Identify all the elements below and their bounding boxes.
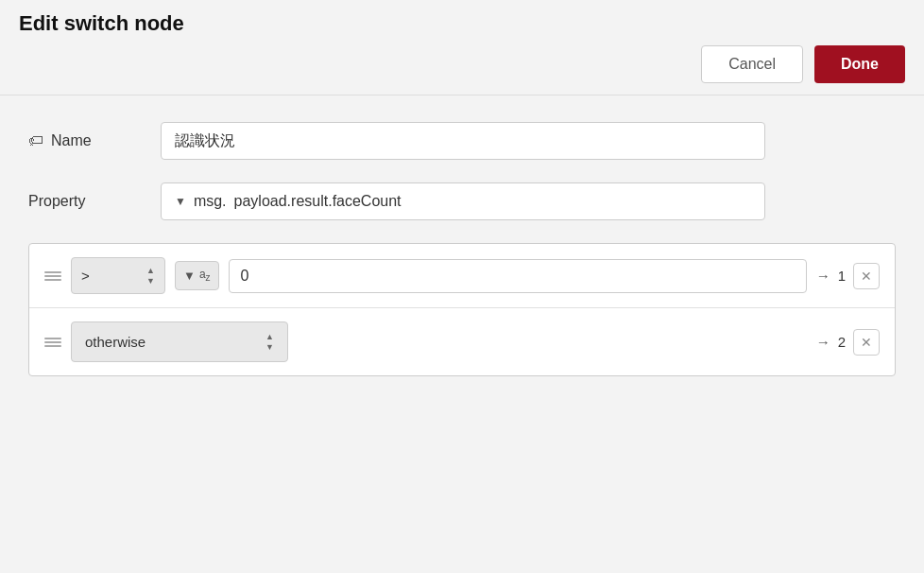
delete-rule-2[interactable]: ✕	[853, 329, 880, 356]
output-num-1: 1	[838, 268, 846, 284]
dropdown-arrow-type-1: ▼	[183, 269, 196, 283]
type-select-1[interactable]: ▼ az	[175, 261, 219, 289]
tag-icon: 🏷	[28, 132, 43, 149]
operator-value-1: >	[81, 268, 90, 284]
output-num-2: 2	[838, 334, 846, 350]
delete-rule-1[interactable]: ✕	[853, 263, 880, 289]
property-dropdown-arrow: ▼	[175, 195, 186, 208]
property-prefix: msg.	[194, 193, 227, 210]
name-input[interactable]	[161, 122, 765, 160]
drag-handle-2[interactable]	[44, 338, 61, 347]
operator-spinner-1[interactable]: ▲ ▼	[146, 266, 155, 286]
rule-right-1: → 1 ✕	[816, 263, 880, 289]
rule-row-otherwise: otherwise ▲ ▼ → 2 ✕	[29, 308, 895, 375]
rule-right-2: → 2 ✕	[298, 329, 880, 356]
page-title: Edit switch node	[19, 11, 184, 36]
output-arrow-1: →	[816, 268, 830, 284]
cancel-button[interactable]: Cancel	[701, 45, 803, 83]
property-label: Property	[28, 193, 161, 210]
name-label: 🏷 Name	[28, 132, 161, 149]
rule-row: > ▲ ▼ ▼ az → 1 ✕	[29, 244, 895, 308]
property-value: payload.result.faceCount	[234, 193, 402, 210]
output-arrow-2: →	[816, 334, 830, 350]
rules-container: > ▲ ▼ ▼ az → 1 ✕	[28, 243, 896, 376]
property-select[interactable]: ▼ msg. payload.result.faceCount	[161, 182, 765, 220]
otherwise-spinner[interactable]: ▲ ▼	[265, 332, 274, 352]
operator-select-1[interactable]: > ▲ ▼	[71, 257, 165, 294]
otherwise-label: otherwise	[85, 334, 145, 350]
type-label-1: az	[199, 268, 211, 283]
drag-handle-1[interactable]	[44, 271, 61, 281]
otherwise-select[interactable]: otherwise ▲ ▼	[71, 321, 288, 362]
done-button[interactable]: Done	[814, 45, 905, 83]
value-input-1[interactable]	[229, 259, 807, 293]
